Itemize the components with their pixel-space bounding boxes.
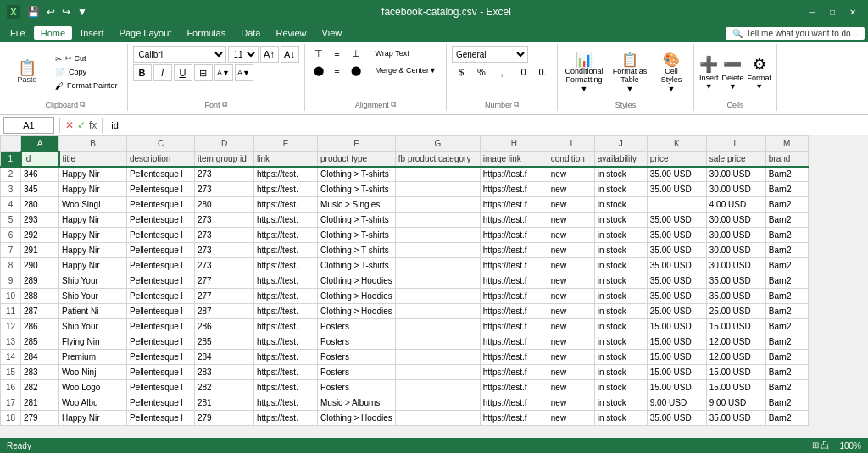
align-bottom-button[interactable]: ⊥ [348, 46, 364, 61]
cell[interactable]: 35.00 USD [647, 182, 706, 197]
clipboard-expand-icon[interactable]: ⧉ [80, 100, 85, 109]
cell[interactable]: 279 [21, 411, 59, 426]
cell[interactable]: Clothing > Hoodies [318, 273, 396, 289]
cell[interactable]: Pellentesque l [127, 182, 195, 197]
cell[interactable]: 284 [21, 350, 59, 365]
header-cell-availability[interactable]: availability [594, 152, 647, 167]
confirm-formula-icon[interactable]: ✓ [77, 119, 86, 131]
cell[interactable]: Pellentesque l [127, 197, 195, 213]
cell[interactable]: Clothing > Hoodies [318, 411, 396, 426]
cell[interactable]: https://test. [254, 334, 318, 350]
alignment-expand-icon[interactable]: ⧉ [391, 100, 396, 109]
cell[interactable]: in stock [594, 365, 647, 380]
cell[interactable] [395, 304, 480, 319]
row-number-18[interactable]: 18 [1, 411, 21, 426]
cell[interactable]: Happy Nir [59, 182, 127, 197]
paste-button[interactable]: 📋 Paste [8, 49, 46, 95]
maximize-button[interactable]: □ [824, 6, 841, 18]
cell[interactable]: Barn2 [765, 334, 808, 350]
cell[interactable] [395, 365, 480, 380]
cell[interactable]: new [548, 273, 594, 289]
cell[interactable]: 25.00 USD [706, 304, 765, 319]
delete-button[interactable]: ➖ Delete ▼ [721, 55, 743, 91]
cell[interactable]: https://test.f [480, 243, 548, 258]
number-expand-icon[interactable]: ⧉ [514, 100, 519, 109]
cell[interactable]: 15.00 USD [647, 365, 706, 380]
cell[interactable]: 277 [195, 273, 254, 289]
cell[interactable]: https://test. [254, 228, 318, 243]
cell[interactable]: https://test. [254, 213, 318, 228]
cell[interactable]: 284 [195, 350, 254, 365]
cell[interactable]: Posters [318, 380, 396, 395]
merge-center-button[interactable]: Merge & Center▼ [371, 63, 441, 78]
cell[interactable]: Posters [318, 365, 396, 380]
number-format-select[interactable]: General [452, 46, 528, 63]
cell[interactable]: new [548, 197, 594, 213]
cell[interactable]: 290 [21, 258, 59, 273]
cell[interactable]: Clothing > T-shirts [318, 213, 396, 228]
cell[interactable]: https://test.f [480, 289, 548, 304]
cell[interactable]: 35.00 USD [647, 273, 706, 289]
row-number-14[interactable]: 14 [1, 350, 21, 365]
cell[interactable]: 273 [195, 213, 254, 228]
cell[interactable]: https://test. [254, 411, 318, 426]
cell[interactable]: new [548, 228, 594, 243]
cell[interactable]: https://test.f [480, 411, 548, 426]
cell[interactable] [395, 395, 480, 411]
align-right-button[interactable]: ⬤ [348, 63, 364, 78]
comma-button[interactable]: , [492, 64, 511, 80]
header-cell-link[interactable]: link [254, 152, 318, 167]
cell[interactable] [395, 273, 480, 289]
cell[interactable]: 281 [195, 395, 254, 411]
cell[interactable]: Happy Nir [59, 243, 127, 258]
col-header-M[interactable]: M [765, 136, 808, 152]
cell[interactable]: Barn2 [765, 167, 808, 182]
cell[interactable]: Pellentesque l [127, 289, 195, 304]
grid-container[interactable]: A B C D E F G H I J K L M 1idtitledescri… [0, 135, 868, 438]
cell[interactable]: 30.00 USD [706, 182, 765, 197]
cell[interactable]: Pellentesque l [127, 273, 195, 289]
header-cell-id[interactable]: id [21, 152, 59, 167]
col-header-D[interactable]: D [195, 136, 254, 152]
cell[interactable] [395, 380, 480, 395]
cell[interactable]: Pellentesque l [127, 213, 195, 228]
cell[interactable]: Pellentesque l [127, 365, 195, 380]
cell[interactable]: Pellentesque l [127, 167, 195, 182]
row-number-3[interactable]: 3 [1, 182, 21, 197]
cell[interactable]: 15.00 USD [706, 365, 765, 380]
row-number-4[interactable]: 4 [1, 197, 21, 213]
cell[interactable]: 30.00 USD [706, 213, 765, 228]
cell[interactable]: in stock [594, 395, 647, 411]
cell[interactable]: Pellentesque l [127, 395, 195, 411]
qat-dropdown[interactable]: ▼ [75, 5, 89, 19]
cell[interactable]: Flying Nin [59, 334, 127, 350]
cell[interactable]: Barn2 [765, 273, 808, 289]
cancel-formula-icon[interactable]: ✕ [65, 119, 74, 131]
cell[interactable]: 287 [21, 304, 59, 319]
header-cell-item-group-id[interactable]: item group id [195, 152, 254, 167]
cell[interactable]: new [548, 350, 594, 365]
cell[interactable]: 289 [21, 273, 59, 289]
cell[interactable]: 15.00 USD [647, 319, 706, 334]
cell[interactable]: 273 [195, 167, 254, 182]
cell[interactable] [647, 197, 706, 213]
cell[interactable]: https://test. [254, 167, 318, 182]
cell[interactable]: Woo Logo [59, 380, 127, 395]
cell[interactable]: 273 [195, 258, 254, 273]
cell[interactable]: Barn2 [765, 395, 808, 411]
wrap-text-button[interactable]: Wrap Text [371, 46, 414, 61]
cell[interactable]: Happy Nir [59, 258, 127, 273]
cell[interactable]: https://test.f [480, 334, 548, 350]
cell[interactable]: 292 [21, 228, 59, 243]
format-as-table-button[interactable]: 📋 Format as Table ▼ [609, 52, 651, 93]
cell[interactable]: Clothing > T-shirts [318, 243, 396, 258]
cell[interactable] [395, 197, 480, 213]
cell[interactable]: https://test.f [480, 258, 548, 273]
cell[interactable]: https://test.f [480, 213, 548, 228]
cell[interactable] [395, 334, 480, 350]
col-header-B[interactable]: B [59, 136, 127, 152]
cell[interactable]: Premium [59, 350, 127, 365]
align-center-button[interactable]: ≡ [329, 63, 346, 78]
menu-file[interactable]: File [3, 26, 32, 40]
cell[interactable]: https://test.f [480, 167, 548, 182]
